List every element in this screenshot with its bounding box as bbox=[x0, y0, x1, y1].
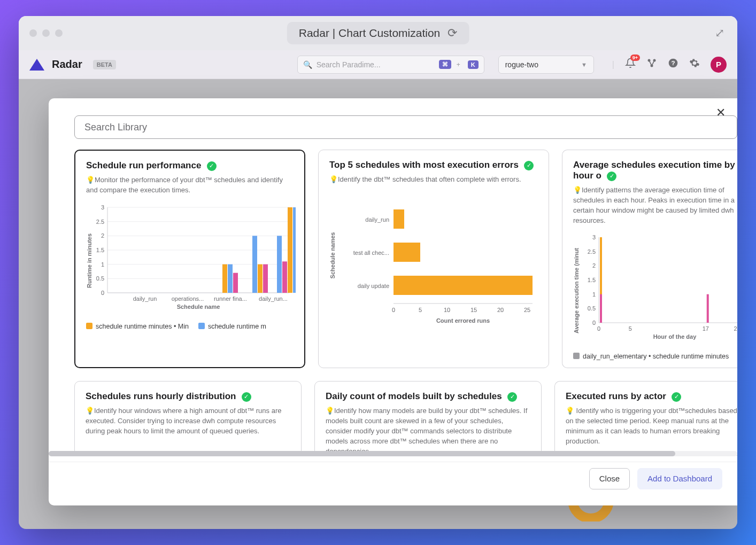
svg-rect-50 bbox=[394, 276, 533, 295]
svg-rect-33 bbox=[222, 264, 227, 292]
traffic-max[interactable] bbox=[55, 29, 63, 37]
svg-rect-39 bbox=[277, 236, 282, 293]
svg-rect-36 bbox=[252, 236, 257, 293]
svg-text:1.5: 1.5 bbox=[96, 247, 104, 253]
svg-rect-35 bbox=[233, 272, 238, 292]
card-title: Average schedules execution time by hour… bbox=[573, 160, 735, 181]
svg-text:10: 10 bbox=[444, 307, 450, 313]
browser-chrome: Radar | Chart Customization ⟳ ⤢ bbox=[19, 16, 737, 50]
svg-text:test all chec...: test all chec... bbox=[353, 250, 389, 256]
traffic-lights bbox=[29, 29, 63, 37]
card-title: Executed runs by actor bbox=[566, 391, 666, 401]
beta-badge: BETA bbox=[93, 60, 116, 69]
avatar[interactable]: P bbox=[711, 57, 727, 73]
svg-text:daily update: daily update bbox=[358, 283, 389, 289]
legend-swatch bbox=[86, 323, 92, 329]
svg-text:2: 2 bbox=[592, 263, 596, 269]
library-card-schedule-run-performance[interactable]: Schedule run performance ✓ 💡Monitor the … bbox=[74, 150, 305, 368]
kbd-shortcut: ⌘ bbox=[439, 60, 451, 69]
chart-library-modal: ✕ Search Library Schedule run performanc… bbox=[49, 98, 737, 505]
svg-text:daily_run...: daily_run... bbox=[259, 295, 288, 302]
horizontal-scrollbar[interactable] bbox=[49, 451, 737, 456]
environment-select[interactable]: rogue-two ▼ bbox=[498, 56, 594, 74]
check-icon: ✓ bbox=[672, 392, 681, 402]
svg-text:Count errored runs: Count errored runs bbox=[436, 317, 490, 324]
card-desc: 💡 Identify who is triggering your dbt™sc… bbox=[566, 406, 737, 446]
svg-rect-48 bbox=[394, 209, 404, 229]
check-icon: ✓ bbox=[524, 161, 534, 170]
chart-svg: Runtime in minutes 00.511.522.53 daily_r… bbox=[86, 202, 296, 312]
search-icon: 🔍 bbox=[303, 60, 312, 69]
svg-text:0: 0 bbox=[597, 325, 600, 332]
svg-text:operations...: operations... bbox=[172, 295, 204, 302]
svg-text:3: 3 bbox=[101, 204, 104, 211]
svg-text:25: 25 bbox=[524, 307, 530, 313]
svg-text:Schedule names: Schedule names bbox=[329, 232, 336, 278]
svg-text:daily_run: daily_run bbox=[133, 295, 157, 302]
card-desc: 💡Identify patterns the average execution… bbox=[573, 185, 737, 225]
add-to-dashboard-button[interactable]: Add to Dashboard bbox=[637, 468, 722, 489]
library-card-hourly-distribution[interactable]: Schedules runs hourly distribution ✓ 💡Id… bbox=[74, 381, 302, 456]
svg-text:0: 0 bbox=[392, 307, 395, 313]
card-title: Schedule run performance bbox=[86, 160, 201, 170]
svg-text:Average execution time (minut: Average execution time (minut bbox=[573, 248, 580, 333]
browser-title: Radar | Chart Customization bbox=[299, 27, 441, 40]
svg-text:Runtime in minutes: Runtime in minutes bbox=[86, 233, 92, 288]
svg-text:5: 5 bbox=[629, 325, 632, 332]
legend-swatch bbox=[573, 353, 580, 359]
svg-text:0: 0 bbox=[101, 290, 104, 296]
logo-icon bbox=[29, 59, 44, 71]
library-search-input[interactable]: Search Library bbox=[74, 115, 737, 139]
help-icon[interactable]: ? bbox=[668, 58, 678, 71]
scrollbar-thumb[interactable] bbox=[49, 451, 675, 456]
svg-rect-75 bbox=[600, 294, 602, 323]
reload-icon[interactable]: ⟳ bbox=[448, 26, 457, 40]
chevron-down-icon: ▼ bbox=[581, 61, 587, 68]
library-card-executed-by-actor[interactable]: Executed runs by actor ✓ 💡 Identify who … bbox=[554, 381, 737, 456]
library-card-avg-exec-by-hour[interactable]: Average schedules execution time by hour… bbox=[562, 150, 737, 368]
card-desc: 💡Identify the dbt™ schedules that often … bbox=[329, 175, 538, 185]
bell-badge: 9+ bbox=[630, 54, 640, 61]
svg-rect-40 bbox=[282, 261, 287, 293]
check-icon: ✓ bbox=[507, 392, 517, 402]
search-placeholder: Search Paradime... bbox=[317, 60, 435, 69]
svg-rect-34 bbox=[228, 264, 233, 292]
svg-rect-76 bbox=[707, 294, 709, 323]
modal-footer: Close Add to Dashboard bbox=[49, 462, 737, 495]
traffic-close[interactable] bbox=[29, 29, 37, 37]
svg-rect-38 bbox=[263, 264, 268, 292]
svg-text:15: 15 bbox=[470, 307, 477, 313]
svg-text:Schedule name: Schedule name bbox=[177, 303, 220, 310]
svg-text:1: 1 bbox=[101, 261, 104, 267]
svg-rect-49 bbox=[394, 243, 420, 262]
svg-text:0.5: 0.5 bbox=[96, 275, 104, 282]
svg-text:5: 5 bbox=[419, 307, 422, 313]
chart-svg: Schedule names daily_runtest all chec...… bbox=[329, 191, 539, 325]
check-icon: ✓ bbox=[607, 172, 616, 181]
chart-svg: Average execution time (minut 00.511.522… bbox=[573, 232, 737, 341]
library-card-top-errors[interactable]: Top 5 schedules with most execution erro… bbox=[318, 150, 549, 368]
global-search[interactable]: 🔍 Search Paradime... ⌘ + K bbox=[297, 56, 484, 74]
svg-text:?: ? bbox=[671, 59, 675, 66]
notifications-icon[interactable]: 9+ bbox=[625, 58, 636, 71]
cards-scroll: Schedule run performance ✓ 💡Monitor the … bbox=[49, 150, 737, 456]
svg-text:runner fina...: runner fina... bbox=[214, 295, 247, 302]
legend-swatch bbox=[198, 323, 205, 329]
close-icon[interactable]: ✕ bbox=[716, 106, 726, 120]
close-button[interactable]: Close bbox=[589, 468, 630, 489]
svg-text:Hour of the day: Hour of the day bbox=[653, 333, 697, 340]
card-title: Top 5 schedules with most execution erro… bbox=[329, 160, 519, 170]
settings-icon[interactable] bbox=[689, 58, 700, 71]
svg-text:17: 17 bbox=[703, 325, 709, 332]
traffic-min[interactable] bbox=[42, 29, 50, 37]
graph-icon[interactable] bbox=[646, 58, 657, 71]
kbd-plus: + bbox=[457, 61, 460, 68]
svg-text:20: 20 bbox=[497, 307, 504, 313]
library-card-daily-model-count[interactable]: Daily count of models built by schedules… bbox=[314, 381, 542, 456]
svg-text:1.5: 1.5 bbox=[588, 277, 596, 283]
svg-text:2.5: 2.5 bbox=[588, 248, 596, 255]
check-icon: ✓ bbox=[207, 161, 217, 171]
svg-rect-41 bbox=[288, 207, 292, 293]
expand-icon[interactable]: ⤢ bbox=[715, 26, 724, 40]
card-desc: 💡Monitor the performance of your dbt™ sc… bbox=[86, 175, 294, 196]
